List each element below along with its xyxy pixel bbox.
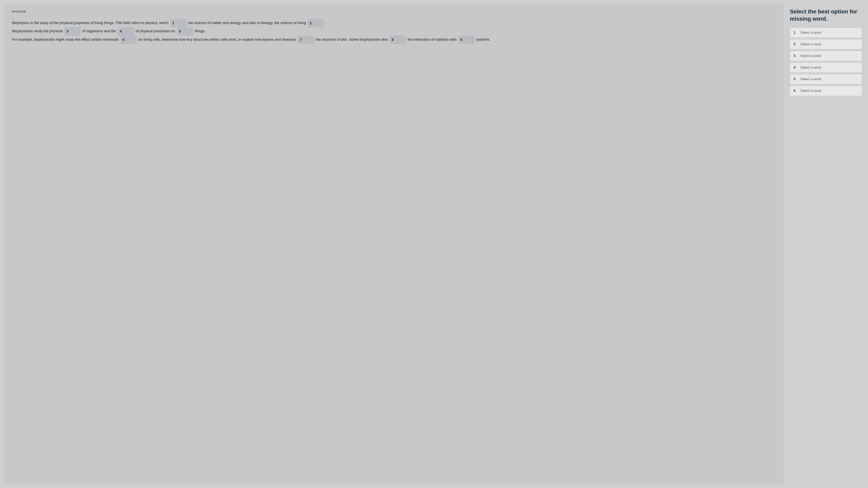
blank-2[interactable]: 2 xyxy=(308,19,324,27)
item-label-6: Select a word xyxy=(800,89,821,93)
blank-1[interactable]: 1 xyxy=(170,19,186,27)
item-label-2: Select a word xyxy=(800,42,821,46)
select-word-item-2[interactable]: 2Select a word xyxy=(790,39,862,49)
blank-9[interactable]: 9 xyxy=(458,36,474,44)
blank-5[interactable]: 5 xyxy=(177,27,193,35)
passage-text: Biophysics is the study of the physical … xyxy=(12,19,776,44)
item-number-1: 1 xyxy=(794,31,798,35)
item-number-2: 2 xyxy=(794,42,798,46)
select-word-item-4[interactable]: 4Select a word xyxy=(790,63,862,73)
blank-4[interactable]: 4 xyxy=(118,27,134,35)
item-number-6: 6 xyxy=(794,89,798,93)
item-label-3: Select a word xyxy=(800,54,821,58)
blank-8[interactable]: 8 xyxy=(390,36,406,44)
item-label-1: Select a word xyxy=(800,31,821,35)
item-label-4: Select a word xyxy=(800,66,821,70)
blank-6[interactable]: 6 xyxy=(121,36,136,44)
right-panel: Select the best option for missing word.… xyxy=(788,4,864,484)
right-panel-title: Select the best option for missing word. xyxy=(790,8,862,23)
select-word-item-5[interactable]: 5Select a word xyxy=(790,74,862,84)
main-container: PASSAGE Biophysics is the study of the p… xyxy=(4,4,864,484)
passage-section: PASSAGE Biophysics is the study of the p… xyxy=(4,4,784,484)
select-items-container: 1Select a word2Select a word3Select a wo… xyxy=(790,28,862,97)
blank-7[interactable]: 7 xyxy=(298,36,314,44)
item-number-3: 3 xyxy=(794,54,798,58)
select-word-item-6[interactable]: 6Select a word xyxy=(790,86,862,96)
item-number-5: 5 xyxy=(794,77,798,81)
select-word-item-3[interactable]: 3Select a word xyxy=(790,51,862,61)
passage-label: PASSAGE xyxy=(12,10,776,13)
select-word-item-1[interactable]: 1Select a word xyxy=(790,28,862,38)
blank-3[interactable]: 3 xyxy=(64,27,81,35)
item-number-4: 4 xyxy=(794,66,798,70)
item-label-5: Select a word xyxy=(800,77,821,81)
